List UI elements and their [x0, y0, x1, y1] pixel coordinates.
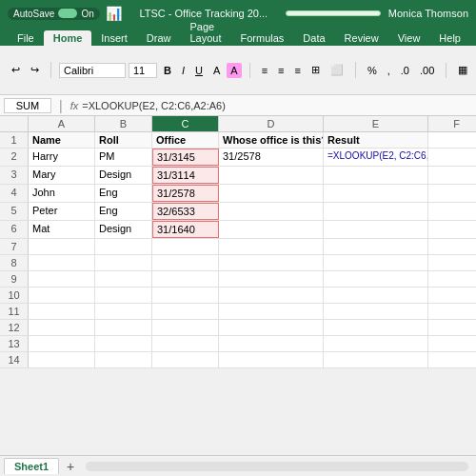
- cell-b4[interactable]: Eng: [95, 185, 152, 202]
- cell-b-empty[interactable]: [95, 288, 152, 303]
- cell-d-empty[interactable]: [219, 239, 324, 254]
- cell-f2[interactable]: [428, 149, 476, 166]
- cell-f5[interactable]: [428, 203, 476, 220]
- cell-d5[interactable]: [219, 203, 324, 220]
- align-right-button[interactable]: ≡: [291, 63, 305, 78]
- cell-f-empty[interactable]: [428, 320, 476, 335]
- sheet-tab-1[interactable]: Sheet1: [4, 458, 59, 474]
- tab-help[interactable]: Help: [429, 30, 470, 46]
- underline-button[interactable]: U: [191, 63, 207, 78]
- cell-d2[interactable]: 31/2578: [219, 149, 324, 166]
- tab-file[interactable]: File: [8, 30, 44, 46]
- cell-c-empty[interactable]: [152, 304, 219, 319]
- cell-e2[interactable]: =XLOOKUP(E2, C2:C6,A2...: [324, 149, 428, 166]
- cell-d6[interactable]: [219, 221, 324, 238]
- cell-f4[interactable]: [428, 185, 476, 202]
- cell-d-empty[interactable]: [219, 271, 324, 287]
- decrease-decimal-button[interactable]: .00: [416, 63, 438, 78]
- font-color-button[interactable]: A: [209, 63, 224, 78]
- cell-c3[interactable]: 31/3114: [152, 167, 219, 184]
- cell-b-empty[interactable]: [95, 271, 152, 287]
- search-box[interactable]: [286, 10, 381, 16]
- cell-c-empty[interactable]: [152, 255, 219, 270]
- cell-b-empty[interactable]: [95, 320, 152, 335]
- col-header-b[interactable]: B: [95, 116, 152, 131]
- cell-d-empty[interactable]: [219, 336, 324, 351]
- cell-b5[interactable]: Eng: [95, 203, 152, 220]
- cell-a-empty[interactable]: [29, 239, 95, 254]
- cell-b3[interactable]: Design: [95, 167, 152, 184]
- cell-f-empty[interactable]: [428, 271, 476, 287]
- cell-a2[interactable]: Harry: [29, 149, 95, 166]
- cell-f-empty[interactable]: [428, 304, 476, 319]
- cell-b-empty[interactable]: [95, 304, 152, 319]
- tab-home[interactable]: Home: [44, 30, 92, 46]
- col-header-a[interactable]: A: [29, 116, 95, 131]
- horizontal-scrollbar[interactable]: [86, 462, 468, 471]
- cell-a-empty[interactable]: [29, 271, 95, 287]
- cell-f-empty[interactable]: [428, 239, 476, 254]
- cell-d4[interactable]: [219, 185, 324, 202]
- cell-d-empty[interactable]: [219, 288, 324, 303]
- cell-e-empty[interactable]: [324, 352, 428, 367]
- cell-c-empty[interactable]: [152, 352, 219, 367]
- cell-b2[interactable]: PM: [95, 149, 152, 166]
- font-name-input[interactable]: [59, 63, 126, 78]
- cell-e-empty[interactable]: [324, 320, 428, 335]
- cell-c6[interactable]: 31/1640: [152, 221, 219, 238]
- col-header-f[interactable]: F: [428, 116, 476, 131]
- cell-d-empty[interactable]: [219, 320, 324, 335]
- cell-d-empty[interactable]: [219, 255, 324, 270]
- cell-e-empty[interactable]: [324, 304, 428, 319]
- cell-a-empty[interactable]: [29, 336, 95, 351]
- merge-button[interactable]: ⬜: [327, 62, 347, 78]
- cell-c-empty[interactable]: [152, 239, 219, 254]
- cell-e6[interactable]: [324, 221, 428, 238]
- cell-e5[interactable]: [324, 203, 428, 220]
- cell-e-empty[interactable]: [324, 255, 428, 270]
- tab-page-layout[interactable]: Page Layout: [180, 19, 230, 46]
- tab-view[interactable]: View: [388, 30, 430, 46]
- styles-button[interactable]: ▦: [454, 62, 471, 78]
- cell-a-empty[interactable]: [29, 304, 95, 319]
- cell-e-empty[interactable]: [324, 239, 428, 254]
- cell-b-empty[interactable]: [95, 336, 152, 351]
- tab-data[interactable]: Data: [293, 30, 334, 46]
- undo-button[interactable]: ↩: [8, 62, 24, 78]
- cell-d3[interactable]: [219, 167, 324, 184]
- cell-b-empty[interactable]: [95, 352, 152, 367]
- cell-e-empty[interactable]: [324, 288, 428, 303]
- col-header-d[interactable]: D: [219, 116, 324, 131]
- cell-e1[interactable]: Result: [324, 132, 428, 148]
- add-sheet-button[interactable]: +: [63, 459, 78, 474]
- increase-decimal-button[interactable]: .0: [397, 63, 413, 78]
- cell-e-empty[interactable]: [324, 271, 428, 287]
- cell-e-empty[interactable]: [324, 336, 428, 351]
- fill-color-button[interactable]: A: [227, 63, 241, 78]
- cell-a-empty[interactable]: [29, 320, 95, 335]
- tab-formulas[interactable]: Formulas: [231, 30, 294, 46]
- cell-c2[interactable]: 31/3145: [152, 149, 219, 166]
- cell-c-empty[interactable]: [152, 271, 219, 287]
- tab-draw[interactable]: Draw: [137, 30, 181, 46]
- cell-c-empty[interactable]: [152, 320, 219, 335]
- percent-button[interactable]: %: [364, 63, 381, 78]
- cell-b6[interactable]: Design: [95, 221, 152, 238]
- col-header-c[interactable]: C: [152, 116, 219, 131]
- redo-button[interactable]: ↪: [27, 62, 43, 78]
- cell-a4[interactable]: John: [29, 185, 95, 202]
- cell-e3[interactable]: [324, 167, 428, 184]
- align-center-button[interactable]: ≡: [274, 63, 288, 78]
- cell-f3[interactable]: [428, 167, 476, 184]
- cell-a1[interactable]: Name: [29, 132, 95, 148]
- cell-a5[interactable]: Peter: [29, 203, 95, 220]
- cell-b-empty[interactable]: [95, 239, 152, 254]
- cell-d-empty[interactable]: [219, 304, 324, 319]
- cell-a-empty[interactable]: [29, 255, 95, 270]
- cell-b-empty[interactable]: [95, 255, 152, 270]
- cell-c-empty[interactable]: [152, 288, 219, 303]
- cell-d-empty[interactable]: [219, 352, 324, 367]
- cell-a3[interactable]: Mary: [29, 167, 95, 184]
- cell-f-empty[interactable]: [428, 336, 476, 351]
- cell-c1[interactable]: Office: [152, 132, 219, 148]
